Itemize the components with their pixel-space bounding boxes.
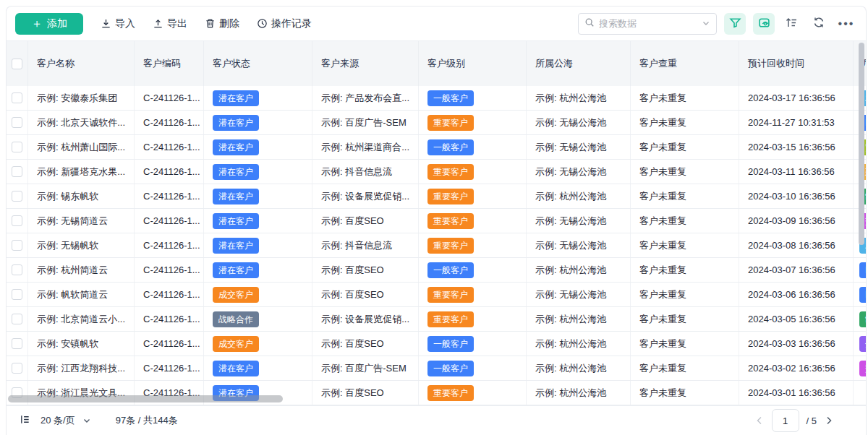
pool-cell: 示例: 无锡公海池 [527, 209, 631, 233]
refresh-icon [812, 16, 825, 31]
level-badge: 重要客户 [427, 311, 474, 327]
table-row[interactable]: 示例: 杭州简道云C-241126-1...潜在客户示例: 百度SEO一般客户示… [7, 258, 866, 283]
vertical-scrollbar[interactable] [859, 43, 864, 245]
row-checkbox[interactable] [12, 314, 22, 324]
recover-time-cell: 2024-03-11 16:36:56 [739, 160, 854, 184]
select-all-checkbox[interactable] [12, 59, 22, 69]
sort-fields-button[interactable] [780, 13, 802, 35]
recover-time-cell: 2024-03-03 16:36:56 [739, 332, 854, 356]
status-badge: 潜在客户 [213, 213, 259, 229]
header-cell[interactable]: 客户名称 [28, 41, 135, 86]
dedup-cell: 客户未重复 [631, 258, 739, 282]
more-button[interactable]: ••• [835, 13, 857, 35]
header-cell[interactable]: 客户查重 [631, 41, 739, 86]
customer-level-cell: 重要客户 [419, 233, 527, 257]
operation-log-button[interactable]: 操作记录 [257, 17, 312, 30]
operation-log-label: 操作记录 [271, 17, 312, 30]
recover-time-cell: 2024-03-10 16:36:56 [739, 184, 854, 208]
data-table-card: ＋ 添加 导入 导出 删除 [6, 6, 867, 435]
row-checkbox[interactable] [12, 289, 22, 300]
header-cell[interactable]: 所属公海 [527, 41, 631, 86]
customer-name-cell: 示例: 锡东帆软 [28, 184, 135, 208]
page-size-select[interactable]: 20 条/页 [41, 414, 91, 427]
table-row[interactable]: 示例: 新疆塔克水果...C-241126-1...潜在客户示例: 抖音信息流重… [7, 160, 866, 184]
customer-level-cell: 重要客户 [419, 283, 527, 306]
customer-level-cell: 重要客户 [419, 160, 527, 184]
industry-badge: 交 [859, 361, 866, 376]
industry-badge: 制 [859, 311, 866, 327]
customer-level-cell: 重要客户 [419, 209, 527, 233]
customer-status-cell: 成交客户 [204, 283, 312, 306]
header-cell[interactable]: 客户级别 [419, 41, 527, 86]
status-badge: 成交客户 [213, 287, 259, 303]
customer-code-cell: C-241126-1... [135, 184, 204, 208]
search-box[interactable] [578, 13, 717, 35]
row-checkbox-cell [7, 86, 28, 110]
table-row[interactable]: 示例: 帆软简道云C-241126-1...成交客户示例: 百度SEO重要客户示… [7, 283, 866, 307]
status-badge: 战略合作 [213, 311, 259, 327]
customer-name-cell: 示例: 杭州萧山国际... [28, 135, 135, 159]
customer-level-cell: 一般客户 [419, 356, 527, 380]
recover-time-cell: 2024-03-01 16:36:56 [739, 381, 854, 405]
row-checkbox[interactable] [12, 215, 22, 226]
next-page-button[interactable] [824, 415, 834, 426]
row-checkbox[interactable] [12, 240, 22, 251]
customer-source-cell: 示例: 百度SEO [312, 283, 419, 306]
refresh-button[interactable] [808, 13, 830, 35]
level-badge: 一般客户 [427, 262, 474, 278]
customer-code-cell: C-241126-1... [135, 233, 204, 257]
total-pages-label: / 5 [807, 415, 817, 426]
recover-time-cell: 2024-03-05 16:36:56 [739, 307, 854, 331]
recover-time-cell: 2024-03-17 16:36:56 [739, 86, 854, 110]
customer-status-cell: 潜在客户 [204, 209, 312, 233]
header-cell[interactable]: 客户状态 [204, 41, 312, 86]
status-badge: 潜在客户 [213, 189, 259, 204]
row-checkbox[interactable] [12, 142, 22, 152]
table-row[interactable]: 示例: 无锡帆软C-241126-1...潜在客户示例: 抖音信息流重要客户示例… [7, 233, 866, 258]
row-checkbox[interactable] [12, 191, 22, 202]
table-row[interactable]: 示例: 无锡简道云C-241126-1...潜在客户示例: 百度SEO重要客户示… [7, 209, 866, 233]
row-checkbox[interactable] [12, 117, 22, 128]
dedup-cell: 客户未重复 [631, 184, 739, 208]
customer-name-cell: 示例: 北京天诚软件... [28, 111, 135, 134]
dedup-cell: 客户未重复 [631, 111, 739, 134]
row-checkbox[interactable] [12, 363, 22, 374]
header-cell[interactable]: 客户编码 [135, 41, 204, 86]
row-checkbox[interactable] [12, 264, 22, 275]
horizontal-scrollbar[interactable] [8, 395, 283, 402]
dedup-cell: 客户未重复 [631, 233, 739, 257]
add-button[interactable]: ＋ 添加 [15, 13, 83, 35]
customer-code-cell: C-241126-1... [135, 283, 204, 306]
table-row[interactable]: 示例: 安镇帆软C-241126-1...成交客户示例: 百度SEO一般客户示例… [7, 332, 866, 356]
row-checkbox[interactable] [12, 338, 22, 349]
level-badge: 重要客户 [427, 115, 474, 131]
import-button[interactable]: 导入 [101, 17, 135, 30]
table-row[interactable]: 示例: 北京天诚软件...C-241126-1...潜在客户示例: 百度广告-S… [7, 111, 866, 135]
delete-button[interactable]: 删除 [205, 17, 239, 30]
recover-time-cell: 2024-11-27 10:31:53 [739, 111, 854, 134]
customer-level-cell: 一般客户 [419, 258, 527, 282]
row-checkbox[interactable] [12, 166, 22, 177]
table-row[interactable]: 示例: 锡东帆软C-241126-1...潜在客户示例: 设备展览促销...重要… [7, 184, 866, 209]
table-row[interactable]: 示例: 北京简道云小...C-241126-1...战略合作示例: 设备展览促销… [7, 307, 866, 332]
page-number-input[interactable] [772, 409, 799, 432]
customer-source-cell: 示例: 百度SEO [312, 209, 419, 233]
display-settings-button[interactable] [753, 13, 775, 35]
customer-code-cell: C-241126-1... [135, 332, 204, 356]
status-badge: 潜在客户 [213, 361, 259, 376]
customer-source-cell: 示例: 百度SEO [312, 332, 419, 356]
search-field-chevron-icon[interactable] [702, 17, 710, 30]
header-cell[interactable]: 预计回收时间 [739, 41, 854, 86]
table-row[interactable]: 示例: 安徽泰乐集团C-241126-1...潜在客户示例: 产品发布会直...… [7, 86, 866, 111]
header-cell[interactable]: 客户来源 [312, 41, 419, 86]
row-checkbox-cell [7, 233, 28, 257]
search-input[interactable] [599, 18, 697, 29]
table-row[interactable]: 示例: 江西龙翔科技...C-241126-1...潜在客户示例: 百度广告-S… [7, 356, 866, 381]
prev-page-button[interactable] [754, 415, 765, 426]
filter-button[interactable] [724, 13, 746, 35]
table-row[interactable]: 示例: 杭州萧山国际...C-241126-1...潜在客户示例: 杭州渠道商合… [7, 135, 866, 160]
customer-status-cell: 潜在客户 [204, 111, 312, 134]
table-body: 示例: 安徽泰乐集团C-241126-1...潜在客户示例: 产品发布会直...… [7, 86, 866, 405]
export-button[interactable]: 导出 [153, 17, 187, 30]
row-checkbox[interactable] [12, 92, 22, 103]
